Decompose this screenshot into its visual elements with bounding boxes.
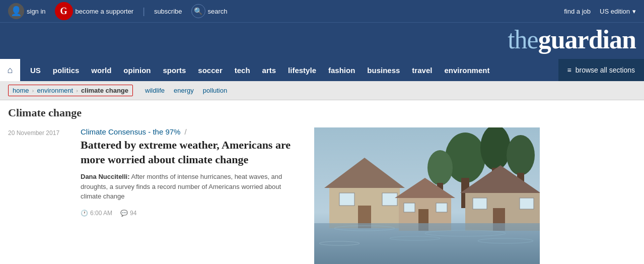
find-job-label: find a job — [564, 8, 591, 15]
svg-rect-18 — [520, 198, 534, 209]
breadcrumb-arrow-1: › — [32, 87, 34, 94]
nav-item-lifestyle[interactable]: lifestyle — [282, 59, 322, 81]
top-bar-left: 👤 sign in G become a supporter | subscri… — [8, 2, 228, 20]
svg-rect-13 — [382, 193, 397, 206]
top-bar-right: find a job US edition ▾ — [564, 8, 636, 15]
clock-icon: 🕐 — [81, 210, 88, 217]
search-link[interactable]: 🔍 search — [191, 4, 228, 18]
sign-in-link[interactable]: 👤 sign in — [8, 3, 46, 19]
sub-nav-wildlife[interactable]: wildlife — [141, 86, 169, 95]
search-icon: 🔍 — [191, 4, 205, 18]
article-comments-meta[interactable]: 💬 94 — [120, 210, 136, 217]
user-icon: 👤 — [8, 3, 24, 19]
article-comments: 94 — [130, 210, 136, 217]
nav-item-politics[interactable]: politics — [47, 59, 86, 81]
article-author: Dana Nuccitelli: — [81, 173, 130, 180]
sub-nav-energy[interactable]: energy — [170, 86, 198, 95]
nav-item-fashion[interactable]: fashion — [322, 59, 361, 81]
article-headline[interactable]: Battered by extreme weather, Americans a… — [81, 138, 302, 167]
browse-all-label: browse all sections — [576, 66, 635, 74]
breadcrumb-nav: home › environment › climate change — [8, 85, 133, 96]
article-series-name: Climate Consensus - the 97% — [81, 127, 180, 136]
breadcrumb-bar: home › environment › climate change wild… — [0, 81, 644, 100]
nav-item-us[interactable]: US — [24, 59, 47, 81]
nav-item-business[interactable]: business — [361, 59, 406, 81]
page-title: Climate change — [8, 106, 636, 119]
svg-rect-25 — [314, 223, 540, 264]
svg-point-6 — [427, 150, 453, 185]
breadcrumb-arrow-2: › — [76, 87, 78, 94]
top-bar: 👤 sign in G become a supporter | subscri… — [0, 0, 644, 22]
page-title-section: Climate change — [0, 100, 644, 123]
article-image-bg — [314, 127, 540, 264]
sub-nav-pollution[interactable]: pollution — [199, 86, 231, 95]
article-content: Climate Consensus - the 97% / Battered b… — [81, 127, 302, 264]
site-logo[interactable]: theguardian — [508, 27, 636, 53]
us-edition-link[interactable]: US edition ▾ — [600, 8, 636, 15]
main-nav: ⌂ US politics world opinion sports socce… — [0, 59, 644, 81]
nav-item-tech[interactable]: tech — [229, 59, 256, 81]
search-label: search — [208, 8, 228, 15]
subscribe-link[interactable]: subscribe — [154, 8, 182, 15]
logo-the: the — [508, 25, 538, 54]
article-date: 20 November 2017 — [8, 127, 68, 264]
svg-rect-17 — [473, 198, 487, 209]
nav-item-world[interactable]: world — [85, 59, 117, 81]
sign-in-label: sign in — [27, 8, 46, 15]
breadcrumb-home[interactable]: home — [13, 87, 29, 94]
nav-item-arts[interactable]: arts — [256, 59, 282, 81]
guardian-logo-icon: G — [55, 2, 73, 20]
logo-guardian: guardian — [538, 25, 636, 54]
article-meta: 🕐 6:00 AM 💬 94 — [81, 210, 302, 217]
become-supporter-link[interactable]: G become a supporter — [55, 2, 134, 20]
subscribe-label: subscribe — [154, 8, 182, 15]
site-header: theguardian — [0, 22, 644, 59]
article-image[interactable] — [314, 127, 540, 264]
us-edition-label: US edition — [600, 8, 630, 15]
article-byline: Dana Nuccitelli: After months of intense… — [81, 172, 302, 202]
menu-icon: ≡ — [567, 66, 571, 74]
breadcrumb-climate-change: climate change — [81, 87, 128, 94]
nav-item-travel[interactable]: travel — [406, 59, 438, 81]
nav-items: US politics world opinion sports soccer … — [20, 59, 558, 81]
find-job-link[interactable]: find a job — [564, 8, 591, 15]
flood-illustration — [314, 127, 540, 264]
sub-nav: wildlife energy pollution — [133, 86, 231, 95]
home-nav-button[interactable]: ⌂ — [0, 59, 20, 81]
article-area: 20 November 2017 Climate Consensus - the… — [0, 123, 644, 264]
svg-rect-23 — [436, 203, 447, 212]
nav-item-opinion[interactable]: opinion — [117, 59, 157, 81]
nav-item-environment[interactable]: environment — [438, 59, 495, 81]
nav-item-sports[interactable]: sports — [157, 59, 192, 81]
breadcrumb-environment[interactable]: environment — [37, 87, 74, 94]
article-series-divider: / — [185, 127, 187, 136]
browse-all-sections-button[interactable]: ≡ browse all sections — [558, 59, 644, 81]
nav-item-soccer[interactable]: soccer — [192, 59, 228, 81]
svg-point-8 — [507, 135, 535, 175]
supporter-label: become a supporter — [76, 8, 134, 15]
svg-rect-12 — [339, 193, 354, 206]
article-time: 6:00 AM — [90, 210, 112, 217]
article-series[interactable]: Climate Consensus - the 97% / — [81, 127, 302, 136]
divider: | — [142, 6, 145, 17]
svg-rect-22 — [404, 203, 415, 212]
chevron-down-icon: ▾ — [632, 8, 636, 15]
article-time-meta: 🕐 6:00 AM — [81, 210, 112, 217]
comment-icon: 💬 — [120, 210, 128, 217]
